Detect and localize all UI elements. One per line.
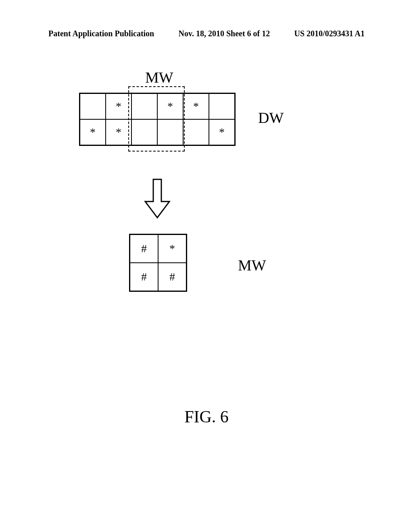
header-center: Nov. 18, 2010 Sheet 6 of 12 <box>179 29 270 38</box>
dw-cell <box>131 119 157 145</box>
down-arrow-icon <box>141 177 173 222</box>
dw-cell <box>183 119 209 145</box>
dw-cell <box>131 94 157 119</box>
dw-cell: * <box>183 94 209 119</box>
dw-cell: * <box>157 94 183 119</box>
mw-top-label: MW <box>145 69 173 86</box>
dw-cell <box>157 119 183 145</box>
mw-cell: # <box>130 235 158 263</box>
dw-cell <box>209 94 235 119</box>
mw-cell: # <box>130 263 158 291</box>
page-header: Patent Application Publication Nov. 18, … <box>48 29 365 38</box>
dw-cell: * <box>209 119 235 145</box>
mw-cell: # <box>158 263 186 291</box>
dw-cell: * <box>80 119 106 145</box>
dw-cell: * <box>106 94 131 119</box>
header-right: US 2010/0293431 A1 <box>294 29 365 38</box>
figure-caption: FIG. 6 <box>0 407 413 426</box>
mw-right-label: MW <box>238 256 266 274</box>
dw-right-label: DW <box>258 109 284 127</box>
dw-grid: * * * * * * <box>79 93 236 146</box>
mw-cell: * <box>158 235 186 263</box>
header-left: Patent Application Publication <box>48 29 154 38</box>
dw-cell: * <box>106 119 131 145</box>
dw-cell <box>80 94 106 119</box>
mw-grid: # * # # <box>129 234 187 292</box>
